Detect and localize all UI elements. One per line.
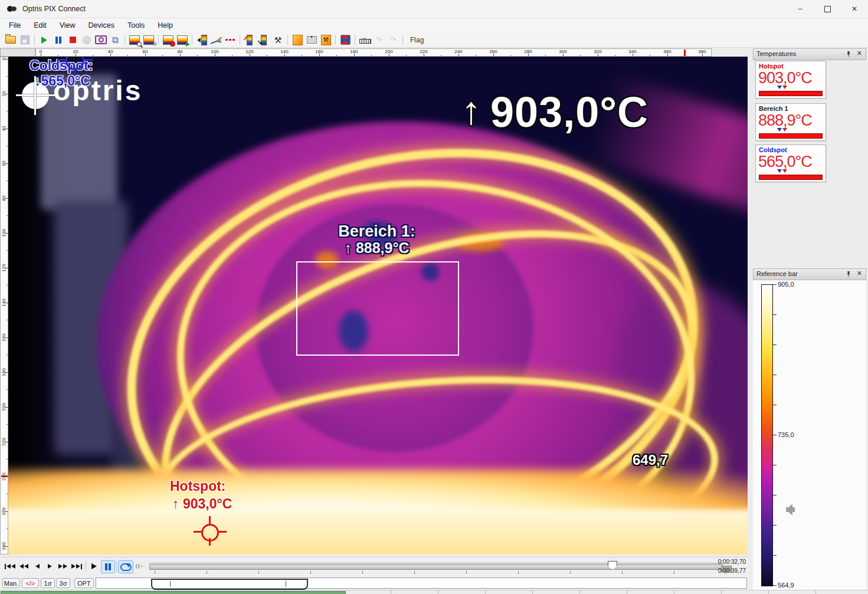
area-tile: Bereich 1 888,9°C xyxy=(755,103,826,141)
thermal-replay-icon xyxy=(177,35,188,45)
reference-level-arrow[interactable] xyxy=(780,504,795,516)
menu-devices[interactable]: Devices xyxy=(82,19,121,31)
sigma3-button[interactable]: 3σ xyxy=(56,578,70,588)
window-title: Optris PIX Connect xyxy=(22,5,86,13)
menu-bar: File Edit View Devices Tools Help xyxy=(0,18,868,32)
manual-mode-button[interactable]: Man. xyxy=(2,578,20,588)
visible-range-box[interactable] xyxy=(151,579,308,590)
hotspot-value: ↑ 903,0°C xyxy=(172,496,232,512)
pin-icon[interactable] xyxy=(846,271,851,278)
pause-button[interactable] xyxy=(51,34,65,47)
device-download-button[interactable] xyxy=(304,34,319,47)
reference-scale-ticks xyxy=(773,284,778,586)
hotspot-tile: Hotspot 903,0°C xyxy=(755,61,826,99)
maximize-button[interactable] xyxy=(814,0,841,18)
menu-file[interactable]: File xyxy=(2,19,27,31)
thermal-replay-button[interactable] xyxy=(175,34,189,47)
left-ruler: 020406080100120140160180200220240260280 xyxy=(0,57,8,554)
close-button[interactable]: ✕ xyxy=(841,0,868,18)
area-measure-rectangle[interactable] xyxy=(296,261,459,356)
arrow-left-icon xyxy=(197,38,201,42)
skip-start-button[interactable] xyxy=(4,560,17,572)
export-right-button[interactable]: ↷ xyxy=(386,34,400,47)
snapshot-button[interactable] xyxy=(94,34,108,47)
thermal-zoom-button[interactable] xyxy=(127,34,142,47)
record-button[interactable] xyxy=(80,34,94,47)
step-back-button[interactable] xyxy=(32,560,42,572)
time-bar-field[interactable] xyxy=(96,577,747,589)
status-progress-green xyxy=(1,591,346,594)
step-forward-button[interactable] xyxy=(45,560,54,572)
temp-markers-button[interactable] xyxy=(223,34,237,47)
coldspot-tile: Coldspot 565,0°C xyxy=(755,145,826,182)
reference-color-scale[interactable] xyxy=(761,284,773,586)
export-arrow-icon: ↷ xyxy=(390,36,397,44)
reference-bar-panel: Reference bar ✕ 905,0 735,0 564,9 xyxy=(753,268,866,594)
minimize-button[interactable]: – xyxy=(787,0,814,18)
menu-view[interactable]: View xyxy=(53,19,82,31)
gradient-display-button[interactable] xyxy=(290,34,304,47)
layout-split-button[interactable] xyxy=(338,34,352,47)
step-icon: ⊢ xyxy=(136,564,145,569)
thermal-copy-button[interactable]: ⧉ xyxy=(142,34,156,47)
settings-tools-button[interactable]: ⚒ xyxy=(271,34,285,47)
temperatures-panel-title: Temperatures xyxy=(756,50,796,57)
stop-button[interactable] xyxy=(65,34,80,47)
export-left-button[interactable]: ↷ xyxy=(372,34,386,47)
toolbar: ⧉ ⧉ ➚ ➘ ⚒ ⚒ ↷ ↷ Flag xyxy=(0,32,868,48)
record-icon xyxy=(83,36,91,44)
menu-help[interactable]: Help xyxy=(151,19,179,31)
hotspot-range-bar xyxy=(759,91,823,96)
thermal-record-icon xyxy=(163,35,173,45)
area-label: Bereich 1: xyxy=(296,222,457,241)
arrow-up-icon: ➚ xyxy=(243,35,248,41)
save-icon xyxy=(21,35,30,44)
palette-shift-up-button[interactable]: ➚ xyxy=(243,34,257,47)
spot-temperature-label: 649,7 xyxy=(633,452,668,468)
flag-button[interactable]: Flag xyxy=(405,35,428,45)
device-tools-button[interactable]: ⚒ xyxy=(319,34,333,47)
playback-bar: ⊢ 0:00:32,70 0:00:39,77 xyxy=(0,557,748,577)
open-file-button[interactable] xyxy=(4,34,18,47)
palette-icon xyxy=(201,35,207,45)
hotspot-label: Hotspot: xyxy=(170,478,226,494)
measure-diagram-button[interactable] xyxy=(209,34,223,47)
pause-icon xyxy=(55,37,61,44)
rewind-button[interactable] xyxy=(18,560,30,572)
thermal-image-view[interactable]: Coldspot: ↓565,0°C optris ↑ 903,0°C Bere… xyxy=(8,57,748,554)
stop-icon xyxy=(70,37,76,43)
frame-step-button[interactable]: ⊢ xyxy=(133,560,148,572)
thermal-zoom-icon xyxy=(129,35,140,45)
red-dashes-icon xyxy=(225,39,235,41)
main-temperature-reading: ↑ 903,0°C xyxy=(461,91,648,133)
sigma1-button[interactable]: 1σ xyxy=(41,578,55,588)
save-file-button[interactable] xyxy=(18,34,32,47)
ruler-arrow-icon xyxy=(359,36,370,44)
play-button[interactable] xyxy=(37,34,51,47)
measure-distance-button[interactable] xyxy=(358,34,372,47)
coldspot-range-bar xyxy=(759,175,823,180)
palette-shift-down-button[interactable]: ➘ xyxy=(257,34,271,47)
play-button[interactable] xyxy=(89,560,99,572)
skip-end-button[interactable] xyxy=(70,560,83,572)
temperatures-panel-header: Temperatures ✕ xyxy=(753,48,866,60)
menu-edit[interactable]: Edit xyxy=(27,19,53,31)
palette-select-button[interactable] xyxy=(195,34,209,47)
gradient-icon xyxy=(293,35,303,45)
timeline-track[interactable] xyxy=(149,565,723,570)
hotspot-tile-value: 903,0°C xyxy=(758,70,826,86)
fast-forward-button[interactable] xyxy=(57,560,68,572)
reference-min-label: 564,9 xyxy=(778,582,794,589)
opt-button[interactable]: OPT xyxy=(74,578,94,588)
reference-bar-header: Reference bar ✕ xyxy=(753,268,866,280)
thermal-record-button[interactable] xyxy=(161,34,175,47)
pin-icon[interactable] xyxy=(846,51,851,58)
range-mode-button[interactable]: </> xyxy=(22,578,39,588)
menu-tools[interactable]: Tools xyxy=(121,19,151,31)
copy-image-button[interactable]: ⧉ xyxy=(108,34,122,47)
close-panel-icon[interactable]: ✕ xyxy=(857,270,862,277)
area-range-bar xyxy=(759,133,823,139)
layout-cross-icon xyxy=(340,35,351,45)
close-panel-icon[interactable]: ✕ xyxy=(857,50,862,57)
temperatures-panel: Temperatures ✕ Hotspot 903,0°C Bereich 1… xyxy=(753,48,866,187)
